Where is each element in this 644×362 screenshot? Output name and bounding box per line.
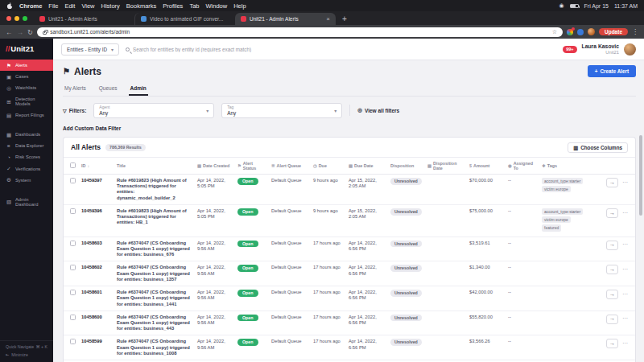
view-all-filters-button[interactable]: ◎ View all filters <box>357 107 399 113</box>
menubar-item-bookmarks[interactable]: Bookmarks <box>126 2 157 10</box>
select-all-checkbox[interactable] <box>70 162 76 168</box>
tab-admin[interactable]: Admin <box>129 83 148 96</box>
sidebar-item-verifications[interactable]: ✓Verifications <box>0 163 53 175</box>
column-header-id[interactable]: ID↓ <box>81 163 117 168</box>
column-header-disposition-date[interactable]: ▦Disposition Date <box>427 161 469 171</box>
cell-id[interactable]: 10458602 <box>81 265 117 270</box>
column-header-title[interactable]: Title <box>117 163 197 168</box>
sidebar-item-detection-models[interactable]: ⊞Detection Models <box>0 93 53 109</box>
unit21-logo[interactable]: // Unit21 <box>0 43 53 60</box>
sidebar-item-alerts[interactable]: ⚑Alerts <box>0 60 53 71</box>
row-checkbox[interactable] <box>70 315 76 320</box>
open-alert-button[interactable]: → <box>606 178 618 187</box>
tag-filter-dropdown[interactable]: Tag Any ▾ <box>221 103 342 118</box>
user-avatar[interactable] <box>624 43 636 56</box>
row-checkbox[interactable] <box>70 290 76 295</box>
column-header-alert-status[interactable]: ⚑Alert Status <box>237 161 271 171</box>
cell-id[interactable]: 10458601 <box>81 290 117 295</box>
back-icon[interactable]: ← <box>6 28 13 36</box>
browser-tab[interactable]: Unit21 - Admin Alerts <box>34 13 134 25</box>
lock-icon[interactable] <box>43 31 47 35</box>
sidebar-item-risk-scores[interactable]: ◔Risk Scores <box>0 152 53 163</box>
column-header-tags[interactable]: ❖Tags <box>542 163 582 168</box>
maximize-window-button[interactable] <box>23 16 27 21</box>
extension-icon-2[interactable] <box>577 29 584 35</box>
row-checkbox[interactable] <box>70 265 76 270</box>
cell-title[interactable]: Rule #6374047 (CS Onboarding Exam Questi… <box>117 290 197 307</box>
apple-logo-icon[interactable] <box>6 2 13 10</box>
cell-title[interactable]: Rule #6374047 (CS Onboarding Exam Questi… <box>117 265 197 282</box>
menubar-item-profiles[interactable]: Profiles <box>163 2 183 10</box>
browser-tab[interactable]: Unit21 - Admin Alerts× <box>235 13 336 25</box>
row-more-icon[interactable]: ⋯ <box>622 179 628 187</box>
row-checkbox[interactable] <box>70 178 76 183</box>
open-alert-button[interactable]: → <box>606 290 618 299</box>
menubar-item-help[interactable]: Help <box>233 2 246 10</box>
row-checkbox[interactable] <box>70 339 76 344</box>
table-row[interactable]: 10459397Rule #6019823 (High Amount of Tr… <box>64 175 635 205</box>
browser-profile-avatar[interactable] <box>588 28 595 35</box>
menubar-item-file[interactable]: File <box>48 2 58 10</box>
table-row[interactable]: 10459396Rule #6019823 (High Amount of Tr… <box>64 205 635 237</box>
close-icon[interactable]: × <box>326 15 330 23</box>
menubar-item-window[interactable]: Window <box>205 2 227 10</box>
tab-queues[interactable]: Queues <box>97 83 119 96</box>
cell-title[interactable]: Rule #6019823 (High Amount of Transactio… <box>117 208 197 226</box>
row-checkbox[interactable] <box>70 208 76 214</box>
sidebar-item-dashboards[interactable]: ▦Dashboards <box>0 129 53 140</box>
notification-badge[interactable]: 99+ <box>563 46 576 53</box>
column-header-disposition[interactable]: Disposition <box>390 163 427 168</box>
table-row[interactable]: 10458599Rule #6374047 (CS Onboarding Exa… <box>64 335 635 360</box>
open-alert-button[interactable]: → <box>606 265 618 274</box>
sidebar-minimize-button[interactable]: ⇤ Minimize <box>6 352 47 357</box>
search-input[interactable] <box>133 47 556 52</box>
column-header-alert-queue[interactable]: ≣Alert Queue <box>271 163 313 168</box>
browser-tab[interactable]: Video to animated GIF conver... <box>134 13 235 25</box>
menubar-item-edit[interactable]: Edit <box>64 2 75 10</box>
tab-my-alerts[interactable]: My Alerts <box>63 83 88 96</box>
open-alert-button[interactable]: → <box>606 241 618 250</box>
column-header-due-date[interactable]: ▦Due Date <box>349 163 390 168</box>
cell-title[interactable]: Rule #6019823 (High Amount of Transactio… <box>117 178 197 201</box>
sidebar-item-admin-dashboard[interactable]: ▧Admin Dashboard <box>0 194 53 210</box>
row-more-icon[interactable]: ⋯ <box>622 291 628 298</box>
column-header-assigned-to[interactable]: ◉Assigned To <box>508 161 542 171</box>
add-custom-data-filter-button[interactable]: Add Custom Data Filter <box>63 125 636 131</box>
open-alert-button[interactable]: → <box>606 339 618 348</box>
cell-id[interactable]: 10458599 <box>81 339 117 344</box>
row-more-icon[interactable]: ⋯ <box>622 315 628 323</box>
forward-icon[interactable]: → <box>17 28 24 36</box>
extension-icon[interactable] <box>567 29 573 35</box>
browser-menu-icon[interactable]: ⋮ <box>632 28 638 35</box>
cell-title[interactable]: Rule #6374047 (CS Onboarding Exam Questi… <box>117 339 197 356</box>
cell-title[interactable]: Rule #6374047 (CS Onboarding Exam Questi… <box>117 315 197 332</box>
minimize-window-button[interactable] <box>14 16 19 21</box>
row-more-icon[interactable]: ⋯ <box>622 241 628 249</box>
window-controls[interactable] <box>3 14 34 25</box>
sidebar-item-system[interactable]: ⚙System <box>0 175 53 186</box>
bookmark-star-icon[interactable]: ☆ <box>552 29 557 35</box>
row-more-icon[interactable]: ⋯ <box>622 210 628 217</box>
column-header-date-created[interactable]: ▦Date Created <box>197 163 237 168</box>
reload-icon[interactable]: ↻ <box>27 28 33 36</box>
cell-id[interactable]: 10459396 <box>81 208 117 214</box>
cell-id[interactable]: 10458603 <box>81 241 117 246</box>
menubar-item-chrome[interactable]: Chrome <box>19 2 42 10</box>
cell-id[interactable]: 10458600 <box>81 315 117 320</box>
table-row[interactable]: 10458601Rule #6374047 (CS Onboarding Exa… <box>64 286 635 311</box>
column-header-amount[interactable]: $Amount <box>469 163 508 168</box>
quick-navigate-label[interactable]: Quick Navigate <box>6 344 34 349</box>
menubar-item-tab[interactable]: Tab <box>189 2 199 10</box>
close-window-button[interactable] <box>6 16 11 21</box>
table-row[interactable]: 10458602Rule #6374047 (CS Onboarding Exa… <box>64 261 635 286</box>
table-row[interactable]: 10458600Rule #6374047 (CS Onboarding Exa… <box>64 311 635 336</box>
agent-filter-dropdown[interactable]: Agent Any ▾ <box>93 103 214 118</box>
open-alert-button[interactable]: → <box>606 208 618 218</box>
menubar-item-view[interactable]: View <box>81 2 94 10</box>
address-bar[interactable]: sandbox1.unit21.com/alerts/admin ☆ <box>37 27 563 37</box>
cell-id[interactable]: 10459397 <box>81 178 117 183</box>
screen-record-icon[interactable]: ◉ <box>559 2 564 9</box>
row-more-icon[interactable]: ⋯ <box>622 266 628 274</box>
cell-title[interactable]: Rule #6374047 (CS Onboarding Exam Questi… <box>117 241 197 258</box>
sidebar-item-data-explorer[interactable]: ≡Data Explorer <box>0 140 53 151</box>
